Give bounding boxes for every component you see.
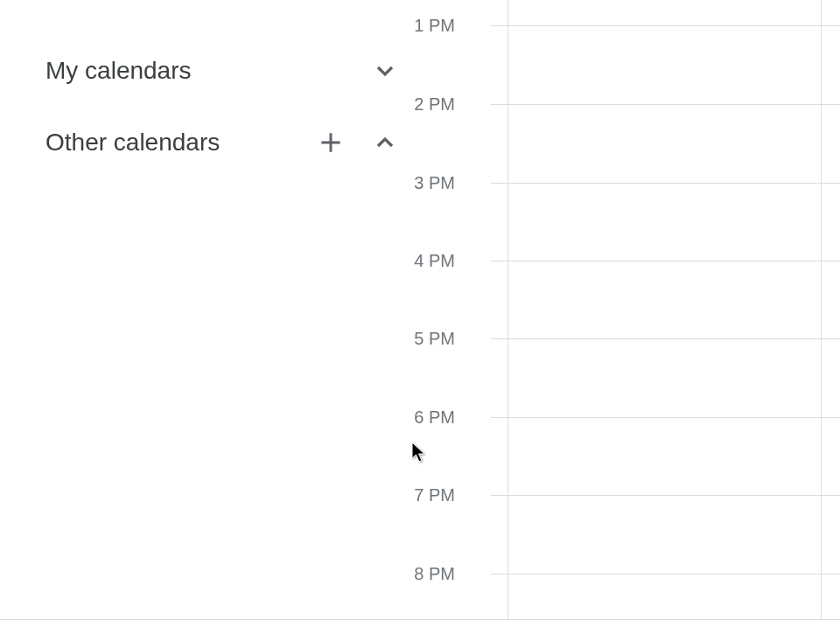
my-calendars-section: My calendars bbox=[46, 35, 411, 107]
grid-horizontal-line bbox=[508, 338, 840, 339]
plus-icon[interactable] bbox=[310, 122, 352, 164]
grid-horizontal-line bbox=[508, 183, 840, 184]
time-label: 5 PM bbox=[414, 329, 455, 349]
time-label: 2 PM bbox=[414, 94, 455, 115]
grid-horizontal-line bbox=[508, 574, 840, 575]
grid-horizontal-line bbox=[508, 104, 840, 105]
time-label: 7 PM bbox=[414, 485, 455, 505]
grid-vertical-line bbox=[508, 0, 508, 620]
grid-vertical-line bbox=[821, 0, 822, 620]
timeline[interactable]: 1 PM2 PM3 PM4 PM5 PM6 PM7 PM8 PM bbox=[411, 0, 840, 620]
time-label: 8 PM bbox=[414, 564, 455, 584]
other-calendars-label: Other calendars bbox=[46, 129, 310, 157]
chevron-up-icon[interactable] bbox=[364, 122, 406, 164]
time-label: 3 PM bbox=[414, 173, 455, 193]
grid-horizontal-line bbox=[491, 574, 508, 575]
grid-horizontal-line bbox=[508, 495, 840, 496]
grid-horizontal-line bbox=[491, 183, 508, 184]
grid-horizontal-line bbox=[491, 104, 508, 105]
grid-horizontal-line bbox=[508, 417, 840, 418]
my-calendars-toggle[interactable]: My calendars bbox=[46, 50, 411, 92]
other-calendars-section: Other calendars bbox=[46, 107, 411, 178]
other-calendars-header: Other calendars bbox=[46, 122, 411, 164]
grid-horizontal-line bbox=[491, 417, 508, 418]
grid-horizontal-line bbox=[508, 261, 840, 261]
my-calendars-label: My calendars bbox=[46, 57, 364, 85]
time-label: 1 PM bbox=[414, 16, 455, 36]
grid-horizontal-line bbox=[491, 495, 508, 496]
grid-horizontal-line bbox=[491, 338, 508, 339]
chevron-down-icon[interactable] bbox=[364, 50, 406, 92]
time-label: 4 PM bbox=[414, 251, 455, 271]
grid-horizontal-line bbox=[491, 261, 508, 261]
grid-horizontal-line bbox=[491, 25, 508, 26]
grid-horizontal-line bbox=[508, 25, 840, 26]
sidebar: My calendars Other calendars bbox=[0, 0, 411, 620]
time-label: 6 PM bbox=[414, 408, 455, 428]
